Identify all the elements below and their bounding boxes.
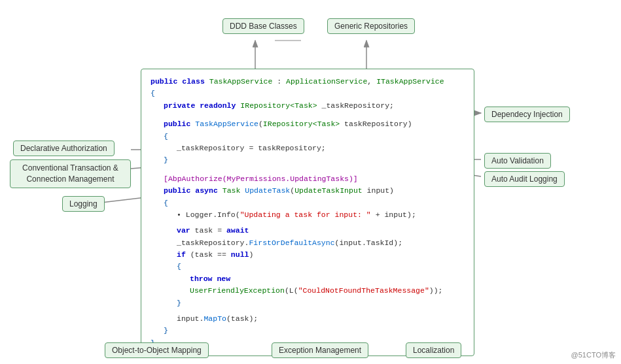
generic-repositories-box: Generic Repositories (327, 18, 415, 34)
logging-box: Logging (62, 196, 105, 212)
auto-validation-box: Auto Validation (484, 153, 551, 169)
code-box: public class TaskAppService : Applicatio… (141, 69, 474, 356)
code-line-15: var task = await _taskRepository.FirstOr… (151, 225, 465, 249)
code-line-10: [AbpAuthorize(MyPermissions.UpdatingTask… (151, 173, 465, 185)
code-line-3: private readonly IRepository<Task> _task… (151, 100, 465, 112)
code-line-19: } (151, 297, 465, 309)
code-line-12: { (151, 197, 465, 209)
conventional-transaction-box: Conventional Transaction & Connection Ma… (10, 159, 131, 188)
code-line-21: input.MapTo(task); (151, 313, 465, 325)
auto-audit-logging-box: Auto Audit Logging (484, 171, 565, 187)
localization-box: Localization (406, 342, 461, 358)
dependency-injection-box: Dependecy Injection (484, 107, 570, 122)
code-line-6: { (151, 131, 465, 142)
code-line-2: { (151, 88, 465, 99)
code-line-16: if (task == null) (151, 249, 465, 261)
code-line-8: } (151, 154, 465, 166)
exception-management-box: Exception Management (272, 342, 368, 358)
code-line-7: _taskRepository = taskRepository; (151, 142, 465, 154)
code-line-13: • Logger.Info("Updating a task for input… (151, 209, 465, 221)
ddd-base-classes-box: DDD Base Classes (222, 18, 304, 34)
code-line-22: } (151, 325, 465, 337)
watermark: @51CTO博客 (571, 350, 616, 360)
code-line-11: public async Task UpdateTask(UpdateTaskI… (151, 185, 465, 197)
conventional-transaction-label: Conventional Transaction & Connection Ma… (22, 163, 118, 184)
code-line-5: public TaskAppService(IRepository<Task> … (151, 118, 465, 130)
code-line-1: public class TaskAppService : Applicatio… (151, 76, 465, 88)
code-line-9 (151, 167, 465, 173)
code-line-4 (151, 112, 465, 118)
object-mapping-box: Object-to-Object Mapping (105, 342, 209, 358)
code-line-17: { (151, 261, 465, 273)
diagram: DDD Base Classes Generic Repositories pu… (0, 0, 621, 364)
code-line-18: throw new UserFriendlyException(L("Could… (151, 273, 465, 297)
declarative-authorization-box: Declarative Authorization (13, 141, 115, 156)
